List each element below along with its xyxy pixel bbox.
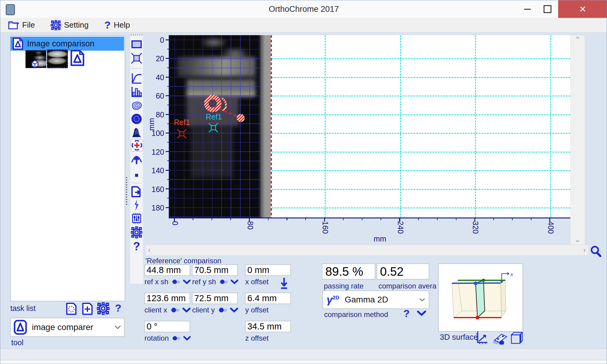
- tool-label: tool: [11, 338, 23, 347]
- ring-icon: [131, 113, 142, 125]
- arc-arrow-icon: [131, 153, 142, 165]
- menu-file[interactable]: File: [8, 20, 35, 30]
- task-list-label: task list: [10, 304, 36, 313]
- ref-x-input[interactable]: [144, 265, 190, 276]
- slider-icon[interactable]: [171, 279, 181, 285]
- tool-roi-corners[interactable]: [131, 52, 142, 64]
- tool-profile-curve[interactable]: [131, 72, 142, 84]
- panel-splitter-handle[interactable]: [126, 177, 127, 206]
- menu-setting[interactable]: Setting: [51, 20, 89, 30]
- y-tick: 0: [147, 36, 164, 45]
- chevron-down-icon[interactable]: [230, 308, 238, 312]
- comparison-method-value: Gamma 2D: [345, 295, 414, 305]
- client-x-field: client x: [144, 293, 191, 314]
- tool-processor-sliders[interactable]: [131, 213, 142, 224]
- plot-horizontal-scrollbar[interactable]: ‹ ›: [145, 245, 588, 256]
- surface-3d-wireframe: x: [439, 264, 522, 331]
- method-expand-chevron-icon[interactable]: [417, 311, 426, 316]
- y-offset-field: y offset: [245, 293, 291, 314]
- chevron-down-icon[interactable]: [183, 279, 191, 284]
- rotation-input[interactable]: [144, 321, 190, 332]
- tool-settings-gear[interactable]: [131, 227, 142, 238]
- surface-axes-icon[interactable]: [475, 330, 489, 344]
- chevron-down-icon[interactable]: [231, 279, 238, 284]
- ref-x-field: ref x sh: [144, 265, 191, 286]
- maximize-button[interactable]: [538, 0, 557, 18]
- client-y-input[interactable]: [192, 293, 238, 304]
- x-axis-minor-ticks: [193, 218, 552, 220]
- lightning-icon: [133, 199, 140, 211]
- y-tick: 20: [147, 54, 164, 63]
- task-settings-gear-icon[interactable]: [97, 302, 110, 315]
- tool-surface-mountain[interactable]: [131, 126, 142, 138]
- chevron-down-icon[interactable]: [182, 308, 191, 312]
- tree-item-image-comparison[interactable]: Image comparison: [11, 37, 124, 51]
- scroll-left-icon[interactable]: ‹: [148, 246, 151, 254]
- y-tick: 140: [147, 166, 164, 175]
- menu-file-label: File: [22, 20, 35, 30]
- tool-lightning[interactable]: [131, 199, 142, 211]
- cube-3d-icon[interactable]: [30, 59, 40, 69]
- surface-cube-icon[interactable]: [510, 331, 524, 345]
- tool-arc-arrow[interactable]: [131, 153, 142, 165]
- slider-icon[interactable]: [170, 307, 180, 313]
- scroll-up-icon[interactable]: ⌃: [575, 35, 581, 44]
- ref1-client-marker[interactable]: [209, 123, 218, 132]
- surface-plane-icon[interactable]: [491, 332, 507, 345]
- point-icon: [135, 174, 138, 177]
- tool-export-document[interactable]: [131, 186, 142, 197]
- ref1-reference-marker[interactable]: [177, 129, 186, 138]
- select-task-icon[interactable]: [66, 302, 77, 315]
- contours-icon: [131, 100, 142, 111]
- tool-move-crosshair[interactable]: [131, 139, 143, 151]
- y-tick: 180: [147, 204, 164, 212]
- slider-icon[interactable]: [219, 279, 228, 285]
- chevron-down-icon[interactable]: [183, 336, 191, 341]
- x-tick: 80: [246, 221, 255, 230]
- surface-3d-view[interactable]: x: [438, 264, 523, 332]
- comparison-method-label: comparison method: [324, 310, 388, 319]
- close-button[interactable]: ✕: [558, 0, 607, 18]
- zoom-magnifier-icon[interactable]: [590, 245, 602, 258]
- tool-histogram[interactable]: [131, 86, 142, 97]
- tool-isodose-contours[interactable]: [131, 100, 142, 111]
- ref-x-label: ref x sh: [144, 278, 168, 286]
- toolbar-separator: [131, 183, 142, 183]
- corner-handles-icon: [131, 53, 142, 64]
- window-title: OrthoChrome 2017: [0, 0, 607, 18]
- chevron-down-icon: [419, 298, 425, 302]
- minimize-button[interactable]: [518, 0, 537, 18]
- chevron-down-icon: [114, 325, 121, 329]
- passing-rate-value: 89.5 %: [322, 264, 375, 279]
- method-help-icon[interactable]: ?: [403, 308, 410, 319]
- tool-roi-rectangle[interactable]: [131, 39, 142, 50]
- slider-icon[interactable]: [217, 307, 228, 313]
- client-image-thumbnail-selected[interactable]: [47, 49, 68, 68]
- curve-plot-icon: [131, 73, 142, 84]
- comparison-method-select[interactable]: γ2D Gamma 2D: [323, 291, 429, 309]
- scroll-right-icon[interactable]: ›: [583, 246, 586, 254]
- client-y-field: client y: [192, 293, 238, 314]
- tool-help[interactable]: ?: [131, 241, 142, 252]
- tool-ring-roi[interactable]: [131, 113, 142, 125]
- menu-help[interactable]: ? Help: [104, 19, 130, 31]
- new-task-icon[interactable]: [82, 302, 93, 315]
- ref1-client-label: Ref1: [206, 113, 222, 121]
- slider-icon[interactable]: [171, 335, 181, 341]
- apply-offset-icon[interactable]: [280, 277, 288, 289]
- y-offset-input[interactable]: [245, 293, 291, 304]
- x-offset-input[interactable]: [245, 265, 291, 276]
- ref-y-input[interactable]: [192, 265, 238, 276]
- task-list-help-icon[interactable]: ?: [115, 302, 121, 314]
- plot-vertical-scrollbar[interactable]: ⌃ ⌄: [570, 35, 585, 245]
- toolbar-splitter-handle[interactable]: [131, 34, 142, 35]
- scroll-down-icon[interactable]: ⌄: [575, 235, 581, 244]
- comparison-delta-icon[interactable]: [70, 49, 85, 66]
- x-tick: 240: [396, 221, 405, 234]
- plot-canvas[interactable]: Ref1 Ref1: [170, 35, 570, 218]
- z-offset-input[interactable]: [245, 321, 291, 332]
- gear-icon: [51, 20, 61, 30]
- tool-point[interactable]: [131, 173, 142, 178]
- client-x-input[interactable]: [144, 293, 190, 304]
- tool-selector[interactable]: image comparer: [10, 318, 124, 337]
